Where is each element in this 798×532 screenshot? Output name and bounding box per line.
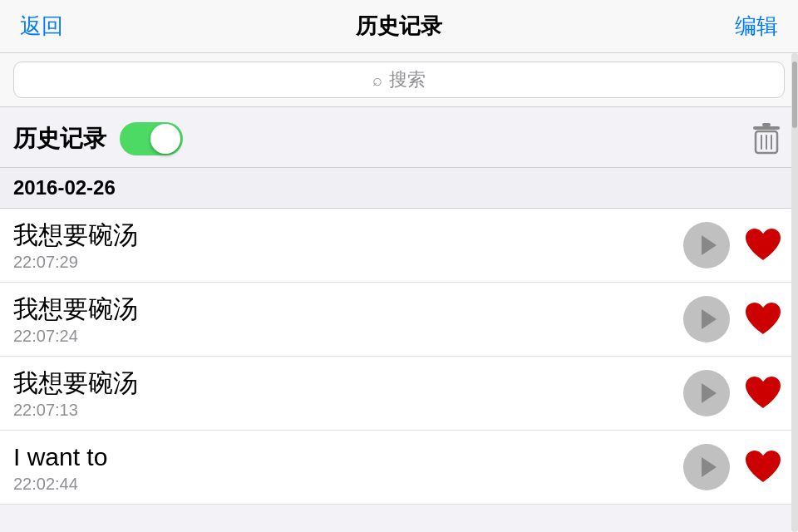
item-actions bbox=[683, 444, 785, 490]
search-bar[interactable]: ⌕ 搜索 bbox=[13, 62, 785, 98]
scroll-thumb bbox=[792, 62, 797, 128]
play-button[interactable] bbox=[683, 444, 730, 490]
date-label: 2016-02-26 bbox=[13, 176, 116, 199]
play-icon bbox=[702, 383, 717, 403]
heart-icon bbox=[741, 298, 785, 341]
toggle-knob bbox=[150, 124, 180, 154]
favorite-button[interactable] bbox=[741, 446, 785, 489]
page-title: 历史记录 bbox=[356, 12, 442, 41]
heart-icon bbox=[741, 224, 785, 267]
item-text: 我想要碗汤 bbox=[13, 219, 683, 251]
play-button[interactable] bbox=[683, 296, 730, 342]
navigation-bar: 返回 历史记录 编辑 bbox=[0, 0, 798, 53]
search-placeholder: 搜索 bbox=[389, 67, 426, 92]
play-icon bbox=[702, 309, 717, 329]
date-section-header: 2016-02-26 bbox=[0, 168, 798, 209]
history-header-left: 历史记录 bbox=[13, 122, 183, 155]
trash-icon bbox=[751, 122, 781, 155]
item-time: 22:07:13 bbox=[13, 401, 683, 420]
history-toggle[interactable] bbox=[120, 122, 183, 155]
item-time: 22:07:24 bbox=[13, 327, 683, 346]
list-item: 我想要碗汤 22:07:24 bbox=[0, 283, 798, 357]
list-item: I want to 22:02:44 bbox=[0, 431, 798, 505]
list-item: 我想要碗汤 22:07:29 bbox=[0, 209, 798, 283]
search-container: ⌕ 搜索 bbox=[0, 53, 798, 107]
play-icon bbox=[702, 457, 717, 477]
back-button[interactable]: 返回 bbox=[20, 12, 63, 41]
item-text-container: 我想要碗汤 22:07:13 bbox=[13, 367, 683, 420]
trash-button[interactable] bbox=[748, 121, 785, 157]
play-button[interactable] bbox=[683, 222, 730, 268]
edit-button[interactable]: 编辑 bbox=[735, 12, 778, 41]
item-actions bbox=[683, 296, 785, 342]
item-actions bbox=[683, 222, 785, 268]
item-actions bbox=[683, 370, 785, 416]
item-time: 22:02:44 bbox=[13, 475, 683, 494]
item-text: 我想要碗汤 bbox=[13, 293, 683, 325]
play-button[interactable] bbox=[683, 370, 730, 416]
svg-rect-0 bbox=[753, 126, 780, 130]
favorite-button[interactable] bbox=[741, 372, 785, 415]
svg-rect-1 bbox=[762, 123, 771, 126]
favorite-button[interactable] bbox=[741, 298, 785, 341]
item-text-container: 我想要碗汤 22:07:24 bbox=[13, 293, 683, 346]
scroll-indicator bbox=[791, 53, 798, 532]
search-icon: ⌕ bbox=[372, 71, 382, 90]
heart-icon bbox=[741, 372, 785, 415]
item-text: I want to bbox=[13, 441, 683, 473]
history-list: 我想要碗汤 22:07:29 我想要碗汤 22:07:24 bbox=[0, 209, 798, 505]
item-time: 22:07:29 bbox=[13, 253, 683, 272]
history-header: 历史记录 bbox=[0, 107, 798, 168]
history-label: 历史记录 bbox=[13, 123, 106, 155]
list-item: 我想要碗汤 22:07:13 bbox=[0, 357, 798, 431]
heart-icon bbox=[741, 446, 785, 489]
item-text-container: 我想要碗汤 22:07:29 bbox=[13, 219, 683, 272]
play-icon bbox=[702, 235, 717, 255]
favorite-button[interactable] bbox=[741, 224, 785, 267]
item-text: 我想要碗汤 bbox=[13, 367, 683, 399]
item-text-container: I want to 22:02:44 bbox=[13, 441, 683, 494]
